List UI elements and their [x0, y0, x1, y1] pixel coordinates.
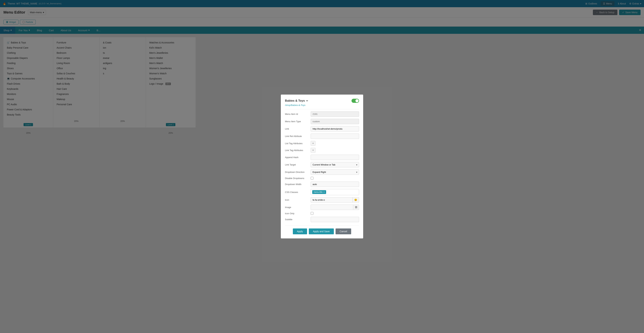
list-tag-row: List Tag Attributes + — [285, 141, 359, 146]
subtitle-label: Subtitle — [285, 218, 311, 221]
dropdown-width-row: Dropdown Width — [285, 182, 359, 187]
menu-item-type-input[interactable] — [311, 119, 359, 124]
apply-button[interactable]: Apply — [293, 228, 307, 234]
image-browse-button[interactable]: 🖼 — [353, 205, 359, 210]
cancel-button[interactable]: Cancel — [336, 228, 351, 234]
modal: Babies & Toys ✏ /shop/Babies-&-Toys Menu… — [281, 95, 363, 238]
icon-row: Icon 😊 — [285, 197, 359, 203]
list-tag-label: List Tag Attributes — [285, 142, 311, 145]
disable-dropdowns-checkbox[interactable] — [311, 177, 314, 180]
link-target-label: Link Target — [285, 163, 311, 166]
modal-header: Babies & Toys ✏ — [285, 99, 359, 103]
link-target-select[interactable]: Current Window or Tab New Window or Tab … — [311, 162, 359, 167]
modal-title-text: Babies & Toys — [285, 99, 305, 103]
icon-input[interactable] — [311, 197, 352, 203]
link-target-row: Link Target Current Window or Tab New Wi… — [285, 162, 359, 167]
image-input[interactable] — [311, 205, 353, 210]
link-row: Link — [285, 126, 359, 132]
link-tag-row: Link Tag Attributes + — [285, 148, 359, 153]
modal-divider — [285, 109, 359, 109]
modal-title: Babies & Toys ✏ — [285, 99, 308, 103]
css-classes-row: CSS Classes menu-title × — [285, 189, 359, 195]
image-input-group: 🖼 — [311, 205, 359, 210]
disable-dropdowns-row: Disable Dropdowns — [285, 177, 359, 180]
dropdown-direction-select[interactable]: Expand Right Expand Left Expand Down — [311, 169, 359, 175]
link-rel-input[interactable] — [311, 134, 359, 139]
subtitle-input[interactable] — [311, 217, 359, 222]
css-tag-menu-title: menu-title × — [312, 190, 326, 194]
modal-overlay: Babies & Toys ✏ /shop/Babies-&-Toys Menu… — [0, 0, 644, 333]
menu-item-id-row: Menu Item Id — [285, 111, 359, 117]
link-target-select-wrapper: Current Window or Tab New Window or Tab … — [311, 162, 359, 167]
edit-icon[interactable]: ✏ — [306, 100, 308, 102]
link-input[interactable] — [311, 126, 359, 132]
icon-input-group: 😊 — [311, 197, 359, 203]
dropdown-width-input[interactable] — [311, 182, 359, 187]
css-classes-input[interactable]: menu-title × — [311, 189, 359, 195]
append-hash-label: Append Hash — [285, 156, 311, 159]
icon-picker-button[interactable]: 😊 — [352, 197, 359, 203]
dropdown-direction-row: Dropdown Direction Expand Right Expand L… — [285, 169, 359, 175]
append-hash-input[interactable] — [311, 155, 359, 160]
modal-link[interactable]: /shop/Babies-&-Toys — [285, 104, 359, 106]
link-tag-add-button[interactable]: + — [311, 148, 316, 153]
link-tag-label: Link Tag Attributes — [285, 149, 311, 152]
dropdown-direction-label: Dropdown Direction — [285, 171, 311, 173]
icon-only-row: Icon Only — [285, 212, 359, 215]
image-label: Image — [285, 206, 311, 209]
image-row: Image 🖼 — [285, 205, 359, 210]
icon-only-checkbox[interactable] — [311, 212, 314, 215]
subtitle-row: Subtitle — [285, 217, 359, 222]
apply-and-save-button[interactable]: Apply and Save — [309, 228, 334, 234]
append-hash-row: Append Hash — [285, 155, 359, 160]
menu-item-type-label: Menu Item Type — [285, 120, 311, 123]
link-rel-row: Link Rel Attribute — [285, 134, 359, 139]
link-rel-label: Link Rel Attribute — [285, 135, 311, 138]
css-classes-label: CSS Classes — [285, 191, 311, 193]
link-label: Link — [285, 128, 311, 130]
css-tag-close-button[interactable]: × — [323, 191, 325, 193]
menu-item-id-input[interactable] — [311, 111, 359, 117]
toggle-switch[interactable] — [352, 99, 359, 103]
menu-item-id-label: Menu Item Id — [285, 113, 311, 115]
disable-dropdowns-label: Disable Dropdowns — [285, 177, 311, 180]
list-tag-add-button[interactable]: + — [311, 141, 316, 146]
dropdown-width-label: Dropdown Width — [285, 183, 311, 186]
icon-only-label: Icon Only — [285, 212, 311, 215]
icon-label: Icon — [285, 199, 311, 201]
dropdown-direction-select-wrapper: Expand Right Expand Left Expand Down — [311, 169, 359, 175]
modal-footer: Apply Apply and Save Cancel — [285, 226, 359, 234]
menu-item-type-row: Menu Item Type — [285, 119, 359, 124]
